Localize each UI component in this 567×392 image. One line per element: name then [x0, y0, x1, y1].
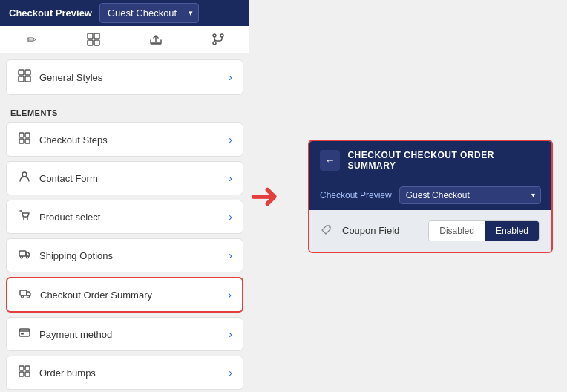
general-styles-label: General Styles	[39, 72, 221, 83]
preview-header-prefix: CHECKOUT	[347, 150, 404, 160]
order-bumps-icon	[17, 365, 32, 380]
payment-method-icon	[17, 327, 32, 342]
preview-dropdown-wrapper[interactable]: Guest Checkout Registered User	[399, 186, 541, 204]
guest-checkout-dropdown-wrapper[interactable]: Guest Checkout Registered User	[99, 3, 199, 23]
upload-icon[interactable]	[142, 26, 169, 53]
preview-back-button[interactable]: ←	[320, 150, 340, 171]
svg-rect-2	[88, 40, 93, 45]
shipping-options-label: Shipping Options	[39, 250, 221, 261]
icon-toolbar: ✏	[0, 26, 249, 53]
svg-rect-10	[25, 76, 30, 82]
coupon-icon	[321, 223, 333, 238]
svg-rect-29	[25, 372, 30, 376]
general-styles-chevron: ›	[229, 71, 232, 83]
branch-icon[interactable]	[205, 26, 232, 53]
payment-method-label: Payment method	[39, 329, 221, 340]
preview-card-header: ← CHECKOUT CHECKOUT ORDER SUMMARY	[309, 141, 551, 180]
svg-point-20	[27, 256, 29, 258]
shipping-options-icon	[17, 248, 32, 263]
preview-subbar: Checkout Preview Guest Checkout Register…	[309, 180, 551, 210]
shipping-options-chevron: ›	[229, 249, 232, 261]
preview-subbar-label: Checkout Preview	[320, 190, 392, 200]
preview-card: ← CHECKOUT CHECKOUT ORDER SUMMARY Checko…	[308, 140, 553, 253]
svg-rect-0	[88, 33, 93, 39]
guest-checkout-select[interactable]: Guest Checkout Registered User	[99, 3, 199, 23]
red-arrow-icon: ➜	[249, 178, 279, 214]
contact-form-label: Contact Form	[39, 173, 221, 184]
coupon-row: Coupon Field Disabled Enabled	[309, 210, 551, 252]
top-bar: Checkout Preview Guest Checkout Register…	[0, 0, 249, 26]
svg-point-22	[22, 295, 24, 298]
contact-form-chevron: ›	[229, 172, 232, 184]
payment-method-chevron: ›	[229, 328, 232, 340]
product-select-label: Product select	[39, 212, 221, 223]
svg-rect-3	[94, 40, 99, 45]
coupon-toggle-group: Disabled Enabled	[428, 220, 540, 241]
menu-item-product-select[interactable]: Product select ›	[6, 200, 243, 234]
svg-rect-12	[25, 133, 30, 137]
coupon-disabled-button[interactable]: Disabled	[429, 221, 485, 241]
contact-form-icon	[17, 171, 32, 186]
svg-point-23	[27, 295, 30, 298]
checkout-steps-icon	[17, 132, 32, 147]
svg-rect-25	[21, 333, 24, 335]
svg-rect-27	[25, 366, 30, 370]
svg-rect-28	[19, 372, 24, 376]
svg-rect-9	[19, 76, 24, 82]
menu-item-shipping-options[interactable]: Shipping Options ›	[6, 238, 243, 272]
menu-item-order-bumps[interactable]: Order bumps ›	[6, 356, 243, 390]
svg-point-16	[23, 218, 24, 220]
svg-rect-18	[19, 251, 26, 256]
svg-rect-21	[20, 290, 27, 295]
preview-guest-checkout-select[interactable]: Guest Checkout Registered User	[399, 186, 541, 204]
svg-rect-14	[25, 139, 30, 143]
order-bumps-chevron: ›	[229, 367, 232, 379]
pencil-icon[interactable]: ✏	[18, 26, 45, 53]
svg-rect-8	[25, 70, 30, 75]
checkout-preview-title: Checkout Preview	[9, 7, 92, 19]
coupon-field-label: Coupon Field	[342, 225, 419, 236]
general-styles-item[interactable]: General Styles ›	[6, 59, 243, 95]
checkout-steps-chevron: ›	[229, 134, 232, 146]
elements-section-header: ELEMENTS	[0, 101, 249, 120]
checkout-steps-label: Checkout Steps	[39, 134, 221, 146]
svg-point-17	[27, 218, 28, 220]
right-panel: ➜ ← CHECKOUT CHECKOUT ORDER SUMMARY Chec…	[249, 0, 567, 392]
svg-rect-13	[19, 139, 24, 143]
checkout-order-summary-label: Checkout Order Summary	[40, 290, 220, 301]
svg-rect-11	[19, 133, 24, 137]
menu-item-checkout-steps[interactable]: Checkout Steps ›	[6, 122, 243, 157]
left-panel: Checkout Preview Guest Checkout Register…	[0, 0, 249, 392]
product-select-icon	[17, 209, 32, 224]
checkout-order-summary-chevron: ›	[228, 289, 232, 301]
svg-rect-26	[19, 366, 24, 370]
preview-header-text: CHECKOUT CHECKOUT ORDER SUMMARY	[347, 150, 541, 171]
menu-item-contact-form[interactable]: Contact Form ›	[6, 161, 243, 195]
coupon-enabled-button[interactable]: Enabled	[485, 221, 539, 241]
arrow-container: ➜	[249, 178, 279, 214]
svg-rect-1	[94, 33, 99, 39]
svg-rect-7	[19, 70, 24, 75]
svg-point-19	[21, 256, 23, 258]
svg-rect-24	[19, 329, 30, 336]
svg-point-15	[22, 172, 27, 177]
checkout-order-summary-icon	[18, 287, 33, 302]
layout-icon[interactable]	[80, 26, 107, 53]
general-styles-icon	[17, 69, 32, 85]
menu-item-checkout-order-summary[interactable]: Checkout Order Summary ›	[6, 277, 243, 313]
menu-item-payment-method[interactable]: Payment method ›	[6, 317, 243, 351]
svg-point-30	[329, 226, 330, 228]
order-bumps-label: Order bumps	[39, 368, 221, 379]
product-select-chevron: ›	[229, 211, 232, 223]
